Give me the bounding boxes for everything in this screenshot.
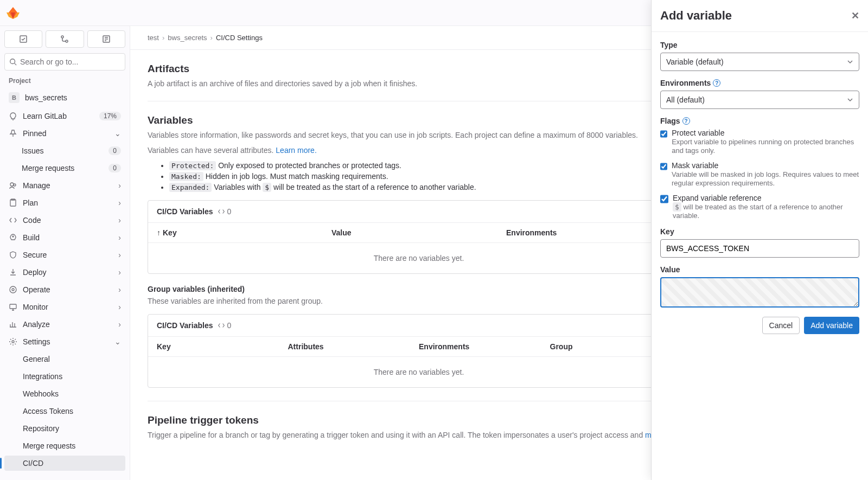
gear-icon — [9, 337, 17, 346]
rocket-icon — [9, 233, 17, 242]
shield-icon — [9, 251, 17, 259]
svg-line-10 — [15, 63, 17, 66]
chevron-down-icon — [847, 59, 853, 65]
monitor-icon — [9, 303, 17, 311]
close-icon[interactable]: ✕ — [851, 10, 859, 22]
sort-asc-icon: ↑ — [157, 228, 161, 237]
project-vars-card: CI/CD Variables 0 ↑Key Value Environment… — [148, 200, 690, 274]
operate-icon — [9, 285, 17, 294]
col-key[interactable]: ↑Key — [157, 228, 331, 237]
sidebar-item-deploy[interactable]: Deploy› — [4, 265, 125, 280]
sidebar-item-issues[interactable]: Issues 0 — [4, 143, 125, 158]
chevron-down-icon: ⌄ — [114, 337, 121, 346]
code-icon — [218, 322, 225, 329]
code-icon — [9, 216, 17, 225]
pin-icon — [9, 129, 17, 138]
bulb-icon — [9, 112, 17, 120]
col-attr[interactable]: Attributes — [288, 342, 419, 351]
empty-state: There are no variables yet. — [148, 243, 690, 273]
issue-button[interactable] — [87, 30, 125, 48]
triggers-title: Pipeline trigger tokens — [148, 414, 690, 426]
flags-label: Flags — [660, 117, 680, 125]
code-icon — [218, 208, 225, 215]
svg-point-11 — [10, 183, 14, 186]
key-label: Key — [660, 227, 859, 236]
col-value[interactable]: Value — [331, 228, 506, 237]
breadcrumb-project[interactable]: bws_secrets — [168, 34, 207, 42]
type-select[interactable]: Variable (default) — [660, 53, 859, 71]
cancel-button[interactable]: Cancel — [762, 317, 800, 334]
sidebar-item-plan[interactable]: Plan› — [4, 195, 125, 210]
artifacts-title: Artifacts — [148, 63, 690, 75]
sidebar-item-cicd[interactable]: CI/CD — [4, 456, 125, 471]
sidebar-item-manage[interactable]: Manage› — [4, 178, 125, 193]
sidebar-item-code[interactable]: Code› — [4, 213, 125, 228]
todo-button[interactable] — [4, 30, 42, 48]
search-input[interactable]: Search or go to... — [4, 53, 125, 71]
sidebar: Search or go to... Project B bws_secrets… — [0, 26, 130, 480]
project-name: bws_secrets — [25, 93, 121, 102]
sidebar-item-learn[interactable]: Learn GitLab 17% — [4, 108, 125, 124]
svg-point-6 — [61, 36, 63, 38]
sidebar-item-settings[interactable]: Settings⌄ — [4, 334, 125, 349]
sidebar-item-mrs[interactable]: Merge requests 0 — [4, 161, 125, 176]
search-placeholder: Search or go to... — [20, 57, 78, 66]
variables-title: Variables — [148, 114, 690, 126]
artifacts-desc: A job artifact is an archive of files an… — [148, 79, 690, 88]
clipboard-icon — [9, 199, 17, 207]
col-env2[interactable]: Environments — [419, 342, 550, 351]
drawer-title: Add variable — [660, 9, 732, 23]
sidebar-item-secure[interactable]: Secure› — [4, 247, 125, 263]
sidebar-item-project[interactable]: B bws_secrets — [4, 89, 125, 106]
artifacts-section: Artifacts A job artifact is an archive o… — [148, 50, 690, 101]
variables-desc1: Variables store information, like passwo… — [148, 131, 690, 139]
sidebar-item-tokens[interactable]: Access Tokens — [4, 404, 125, 419]
empty-state2: There are no variables yet. — [148, 357, 690, 387]
sidebar-item-analyze[interactable]: Analyze› — [4, 317, 125, 332]
svg-point-9 — [10, 59, 15, 64]
breadcrumb-current: CI/CD Settings — [216, 34, 263, 42]
sidebar-item-monitor[interactable]: Monitor› — [4, 299, 125, 315]
sidebar-item-pinned[interactable]: Pinned ⌄ — [4, 126, 125, 141]
sidebar-item-repository[interactable]: Repository — [4, 421, 125, 436]
deploy-icon — [9, 268, 17, 277]
key-input[interactable] — [660, 239, 859, 258]
project-heading: Project — [4, 73, 125, 87]
svg-point-17 — [12, 289, 14, 291]
value-textarea[interactable] — [660, 277, 859, 308]
help-icon[interactable]: ? — [682, 117, 690, 125]
help-icon[interactable]: ? — [713, 79, 720, 87]
svg-rect-13 — [10, 200, 16, 206]
sidebar-item-integrations[interactable]: Integrations — [4, 369, 125, 384]
users-icon — [9, 181, 17, 190]
mr-button[interactable] — [46, 30, 84, 48]
breadcrumb-test[interactable]: test — [148, 34, 159, 42]
sidebar-item-build[interactable]: Build› — [4, 230, 125, 245]
svg-point-16 — [10, 286, 16, 293]
group-vars-title: Group variables (inherited) — [148, 285, 690, 293]
chevron-down-icon — [847, 97, 853, 103]
mask-checkbox[interactable] — [660, 162, 667, 171]
learn-more-link[interactable]: Learn more. — [276, 146, 316, 155]
group-vars-desc: These variables are inherited from the p… — [148, 297, 690, 305]
chart-icon — [9, 320, 17, 329]
svg-point-12 — [14, 184, 16, 186]
search-icon — [9, 58, 17, 66]
chevron-down-icon: ⌄ — [114, 129, 121, 138]
group-vars-card: CI/CD Variables 0 Key Attributes Environ… — [148, 314, 690, 388]
expand-checkbox[interactable] — [660, 195, 668, 203]
type-label: Type — [660, 41, 859, 49]
add-variable-button[interactable]: Add variable — [804, 317, 859, 334]
sidebar-item-operate[interactable]: Operate› — [4, 282, 125, 297]
svg-rect-18 — [10, 304, 16, 309]
svg-point-19 — [12, 341, 14, 343]
sidebar-item-webhooks[interactable]: Webhooks — [4, 386, 125, 401]
project-avatar: B — [9, 92, 20, 103]
variables-section: Variables Variables store information, l… — [148, 101, 690, 401]
sidebar-item-merge[interactable]: Merge requests — [4, 438, 125, 453]
col-key2[interactable]: Key — [157, 342, 288, 351]
sidebar-item-general[interactable]: General — [4, 351, 125, 367]
gitlab-logo[interactable] — [7, 7, 20, 20]
env-select[interactable]: All (default) — [660, 91, 859, 109]
protect-checkbox[interactable] — [660, 130, 667, 138]
